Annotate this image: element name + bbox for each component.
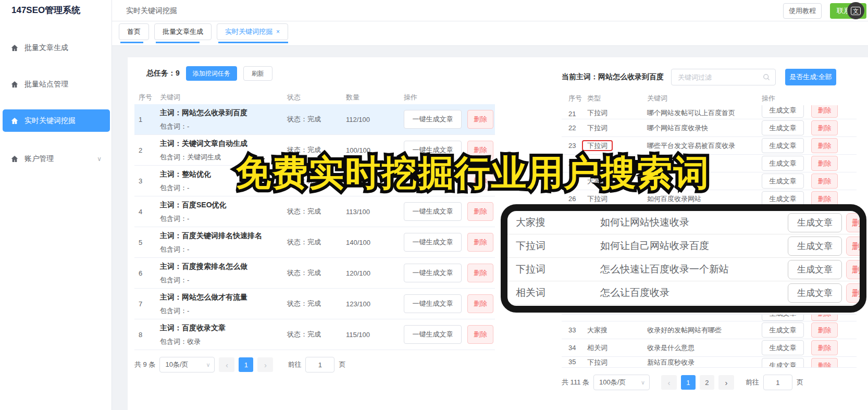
- refresh-button[interactable]: 刷新: [243, 66, 272, 81]
- include-keyword: 包含词：-: [160, 245, 287, 254]
- delete-button[interactable]: 删除: [811, 120, 838, 135]
- delete-button[interactable]: 删除: [811, 173, 838, 189]
- delete-button[interactable]: 删除: [811, 358, 838, 368]
- generate-article-button[interactable]: 生成文章: [762, 138, 804, 153]
- row-keyword: 主词：百度搜索排名怎么做 包含词：-: [160, 261, 287, 285]
- generate-article-button[interactable]: 一键生成文章: [404, 294, 462, 313]
- table-row[interactable]: 33 大家搜 收录好的发帖网站有哪些 生成文章 删除: [562, 321, 857, 339]
- main-keyword: 主词：百度搜索排名怎么做: [160, 261, 268, 271]
- generate-article-button[interactable]: 一键生成文章: [404, 202, 462, 221]
- table-row[interactable]: 24 下拉词 生成文章 删除: [562, 155, 857, 172]
- delete-button[interactable]: 删除: [467, 294, 493, 313]
- goto-page-input[interactable]: [305, 357, 334, 372]
- generate-article-button[interactable]: 生成文章: [788, 213, 842, 232]
- generate-article-button[interactable]: 一键生成文章: [404, 110, 462, 129]
- generate-article-button[interactable]: 一键生成文章: [404, 264, 462, 282]
- next-page-button[interactable]: ›: [718, 375, 734, 390]
- include-keyword: 包含词：-: [160, 214, 287, 223]
- prev-page-button[interactable]: ‹: [661, 375, 677, 390]
- generate-all-button[interactable]: 是否生成:全部: [785, 69, 836, 85]
- row-type: 下拉词: [587, 123, 647, 133]
- main-keyword: 主词：百度关键词排名快速排名: [160, 230, 268, 241]
- page-number[interactable]: 1: [681, 375, 696, 390]
- sidebar-item[interactable]: 账户管理 ∨: [3, 147, 110, 170]
- delete-button[interactable]: 删除: [467, 141, 493, 159]
- generate-article-button[interactable]: 生成文章: [762, 105, 804, 118]
- row-keyword: 哪个网站百度收录快: [647, 123, 762, 133]
- sidebar-item[interactable]: 批量文章生成: [3, 36, 110, 59]
- page-size-select[interactable]: 10条/页 ∨: [159, 357, 215, 372]
- delete-button[interactable]: 删除: [846, 213, 866, 232]
- goto-label: 前往: [746, 378, 759, 387]
- generate-article-button[interactable]: 生成文章: [788, 237, 842, 256]
- generate-article-button[interactable]: 一键生成文章: [404, 325, 462, 344]
- sidebar-item-label: 批量站点管理: [24, 80, 68, 89]
- tab[interactable]: 首页: [119, 23, 149, 40]
- generate-article-button[interactable]: 生成文章: [762, 358, 804, 368]
- delete-button[interactable]: 删除: [467, 202, 493, 221]
- delete-button[interactable]: 删除: [467, 233, 493, 252]
- add-task-button[interactable]: 添加挖词任务: [186, 66, 237, 81]
- generate-article-button[interactable]: 生成文章: [762, 156, 804, 171]
- keyword-table-body-top: 21 下拉词 哪个网站发帖可以上百度首页 生成文章 删除 22 下拉词 哪个网站…: [562, 105, 857, 208]
- generate-article-button[interactable]: 生成文章: [788, 260, 842, 279]
- table-row[interactable]: 6 主词：百度搜索排名怎么做 包含词：- 状态：完成 120/100 一键生成文…: [134, 258, 495, 289]
- sidebar-item[interactable]: 批量站点管理: [3, 73, 110, 95]
- tab[interactable]: 实时关键词挖掘×: [217, 23, 288, 40]
- delete-button[interactable]: 删除: [811, 105, 838, 118]
- generate-article-button[interactable]: 生成文章: [762, 315, 804, 321]
- delete-button[interactable]: 删除: [846, 283, 866, 303]
- prev-page-button[interactable]: ‹: [219, 357, 234, 372]
- page-number[interactable]: 2: [700, 375, 714, 390]
- table-row[interactable]: 34 相关词 收录是什么意思 生成文章 删除: [562, 339, 857, 357]
- table-row[interactable]: 21 下拉词 哪个网站发帖可以上百度首页 生成文章 删除: [562, 105, 857, 119]
- table-row[interactable]: 3 主词：整站优化 包含词：- 状态：完成 一键生成文章 删除: [134, 166, 495, 196]
- row-status: 状态：完成: [287, 115, 346, 124]
- next-page-button[interactable]: ›: [257, 357, 273, 372]
- delete-button[interactable]: 删除: [811, 322, 838, 338]
- delete-button[interactable]: 删除: [846, 260, 866, 279]
- table-row[interactable]: 7 主词：网站怎么做才有流量 包含词：- 状态：完成 123/100 一键生成文…: [134, 289, 495, 319]
- goto-page-input[interactable]: [763, 375, 792, 390]
- table-row[interactable]: 23 下拉词 哪些平台发文容易被百度收录 生成文章 删除: [562, 137, 857, 155]
- generate-article-button[interactable]: 生成文章: [788, 283, 842, 303]
- floating-widget-icon[interactable]: 文: [847, 2, 864, 19]
- generate-article-button[interactable]: 一键生成文章: [404, 141, 462, 159]
- row-keyword: 主词：百度收录文章 包含词：收录: [160, 322, 287, 346]
- table-row[interactable]: 1 主词：网站怎么收录到百度 包含词：- 状态：完成 112/100 一键生成文…: [134, 104, 495, 135]
- main-keyword: 主词：百度SEO优化: [160, 200, 268, 210]
- tab[interactable]: 批量文章生成: [154, 23, 212, 40]
- table-row[interactable]: 生成文章 删除: [562, 315, 857, 321]
- row-type: 大家搜: [587, 326, 647, 335]
- generate-article-button[interactable]: 一键生成文章: [404, 171, 462, 190]
- table-row[interactable]: 35 下拉词 新站百度秒收录 生成文章 删除: [562, 357, 857, 368]
- table-row[interactable]: 5 主词：百度关键词排名快速排名 包含词：- 状态：完成 140/100 一键生…: [134, 227, 495, 258]
- delete-button[interactable]: 删除: [467, 264, 493, 282]
- main-keyword: 主词：网站怎么收录到百度: [160, 107, 268, 118]
- close-icon[interactable]: ×: [276, 28, 280, 35]
- delete-button[interactable]: 删除: [811, 156, 838, 171]
- generate-article-button[interactable]: 一键生成文章: [404, 233, 462, 252]
- delete-button[interactable]: 删除: [811, 340, 838, 355]
- generate-article-button[interactable]: 生成文章: [762, 173, 804, 189]
- delete-button[interactable]: 删除: [467, 110, 493, 129]
- delete-button[interactable]: 删除: [811, 138, 838, 153]
- sidebar-item[interactable]: 实时关键词挖掘: [3, 109, 110, 132]
- delete-button[interactable]: 删除: [467, 325, 493, 344]
- generate-article-button[interactable]: 生成文章: [762, 322, 804, 338]
- task-toolbar: 总任务：9 添加挖词任务 刷新: [134, 66, 495, 81]
- delete-button[interactable]: 删除: [467, 171, 493, 190]
- keyword-filter-input[interactable]: [671, 69, 776, 85]
- delete-button[interactable]: 删除: [846, 237, 866, 256]
- page-number[interactable]: 1: [239, 357, 253, 372]
- generate-article-button[interactable]: 生成文章: [762, 340, 804, 355]
- page-size-select[interactable]: 100条/页 ∨: [593, 375, 650, 390]
- table-row[interactable]: 4 主词：百度SEO优化 包含词：- 状态：完成 113/100 一键生成文章 …: [134, 196, 495, 227]
- generate-article-button[interactable]: 生成文章: [762, 120, 804, 135]
- delete-button[interactable]: 删除: [811, 315, 838, 321]
- table-row[interactable]: 22 下拉词 哪个网站百度收录快 生成文章 删除: [562, 119, 857, 137]
- table-row[interactable]: 2 主词：关键词文章自动生成 包含词：关键词生成 状态：完成 100/100 一…: [134, 135, 495, 166]
- tutorial-button[interactable]: 使用教程: [783, 3, 822, 19]
- table-row[interactable]: 25 大家搜 生成文章 删除: [562, 172, 857, 190]
- table-row[interactable]: 8 主词：百度收录文章 包含词：收录 状态：完成 115/100 一键生成文章 …: [134, 319, 495, 350]
